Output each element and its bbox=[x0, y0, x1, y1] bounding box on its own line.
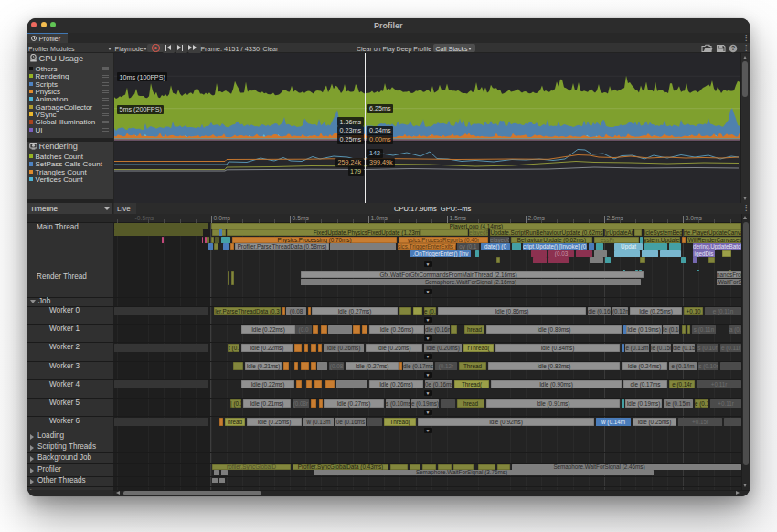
svg-text:?: ? bbox=[731, 45, 735, 51]
